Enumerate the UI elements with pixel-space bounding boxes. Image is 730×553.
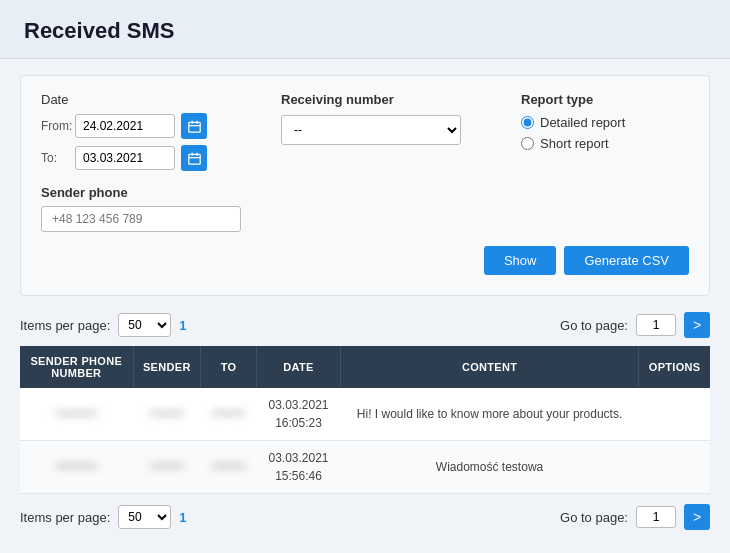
cell-options [639,388,710,441]
sms-table: SENDER PHONENUMBER SENDER TO DATE CONTEN… [20,346,710,494]
short-report-label: Short report [540,136,609,151]
to-calendar-button[interactable] [181,145,207,171]
col-sender: SENDER [133,346,201,388]
from-date-input[interactable] [75,114,175,138]
sender-phone-section: Sender phone [41,185,689,232]
detailed-report-radio[interactable] [521,116,534,129]
current-page-bottom: 1 [179,510,186,525]
table-row: •••••••••• •••••••• •••••••• 03.03.20211… [20,441,710,494]
goto-label-bottom: Go to page: [560,510,628,525]
table-body: •••••••••• •••••••• •••••••• 03.03.20211… [20,388,710,494]
pagination-bottom: Items per page: 50 100 200 1 Go to page:… [20,504,710,530]
from-calendar-button[interactable] [181,113,207,139]
svg-rect-4 [188,154,199,164]
receiving-group: Receiving number -- [281,92,481,145]
cell-date: 03.03.202116:05:23 [257,388,341,441]
items-per-page-select-top[interactable]: 50 100 200 [118,313,171,337]
items-per-page-label-top: Items per page: [20,318,110,333]
cell-options [639,441,710,494]
col-content: CONTENT [340,346,638,388]
cell-sender-phone: •••••••••• [20,441,133,494]
col-date: DATE [257,346,341,388]
cell-sender: •••••••• [133,388,201,441]
cell-content: Wiadomość testowa [340,441,638,494]
receiving-label: Receiving number [281,92,481,107]
next-page-button-top[interactable]: > [684,312,710,338]
table-header: SENDER PHONENUMBER SENDER TO DATE CONTEN… [20,346,710,388]
page-title: Received SMS [24,18,706,44]
cell-content: Hi! I would like to know more about your… [340,388,638,441]
generate-csv-button[interactable]: Generate CSV [564,246,689,275]
pagination-top: Items per page: 50 100 200 1 Go to page:… [20,312,710,338]
report-type-label: Report type [521,92,681,107]
col-to: TO [201,346,257,388]
receiving-select[interactable]: -- [281,115,461,145]
cell-to: •••••••• [201,388,257,441]
to-date-input[interactable] [75,146,175,170]
items-per-page-label-bottom: Items per page: [20,510,110,525]
next-page-button-bottom[interactable]: > [684,504,710,530]
detailed-report-label: Detailed report [540,115,625,130]
sender-phone-label: Sender phone [41,185,689,200]
sender-phone-input[interactable] [41,206,241,232]
cell-sender: •••••••• [133,441,201,494]
table-row: •••••••••• •••••••• •••••••• 03.03.20211… [20,388,710,441]
filter-panel: Date From: To: [20,75,710,296]
date-label: Date [41,92,241,107]
cell-to: •••••••• [201,441,257,494]
date-group: Date From: To: [41,92,241,171]
short-report-radio[interactable] [521,137,534,150]
report-type-group: Report type Detailed report Short report [521,92,681,157]
col-options: OPTIONS [639,346,710,388]
goto-input-bottom[interactable] [636,506,676,528]
to-label: To: [41,151,69,165]
from-label: From: [41,119,69,133]
current-page-top: 1 [179,318,186,333]
show-button[interactable]: Show [484,246,557,275]
items-per-page-select-bottom[interactable]: 50 100 200 [118,505,171,529]
col-sender-phone: SENDER PHONENUMBER [20,346,133,388]
svg-rect-0 [188,122,199,132]
cell-sender-phone: •••••••••• [20,388,133,441]
goto-input-top[interactable] [636,314,676,336]
action-row: Show Generate CSV [41,246,689,275]
goto-label-top: Go to page: [560,318,628,333]
cell-date: 03.03.202115:56:46 [257,441,341,494]
